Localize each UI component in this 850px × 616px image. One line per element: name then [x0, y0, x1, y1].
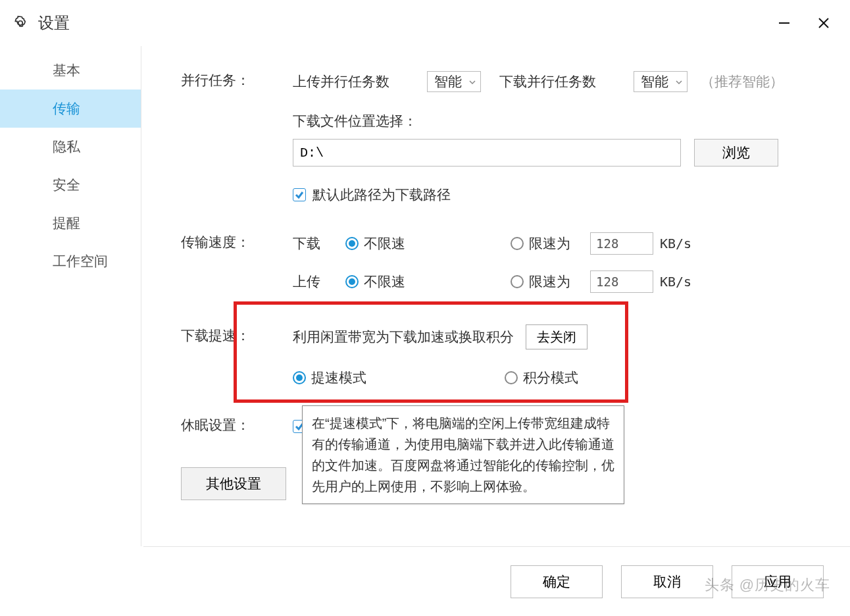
gear-icon	[12, 14, 29, 32]
chevron-down-icon	[468, 74, 476, 90]
chevron-down-icon	[675, 74, 683, 90]
radio-icon	[345, 237, 359, 250]
label-download-parallel: 下载并行任务数	[499, 72, 631, 91]
dropdown-value: 智能	[434, 72, 462, 91]
label-upload: 上传	[293, 272, 330, 291]
sidebar-item-privacy[interactable]: 隐私	[0, 128, 141, 166]
label-sleep: 休眠设置：	[181, 412, 293, 434]
sidebar-item-label: 隐私	[53, 138, 80, 156]
sidebar-item-transfer[interactable]: 传输	[0, 90, 141, 128]
radio-label: 不限速	[364, 272, 405, 291]
label-boost: 下载提速：	[181, 322, 293, 345]
dropdown-value: 智能	[641, 72, 668, 91]
boost-description: 利用闲置带宽为下载加速或换取积分	[293, 328, 514, 346]
radio-points-mode[interactable]: 积分模式	[505, 369, 578, 387]
other-settings-button[interactable]: 其他设置	[181, 467, 286, 500]
radio-label: 限速为	[529, 272, 570, 291]
sidebar: 基本 传输 隐私 安全 提醒 工作空间	[0, 46, 141, 546]
radio-boost-mode[interactable]: 提速模式	[293, 369, 366, 387]
sidebar-item-label: 提醒	[53, 214, 80, 232]
svg-point-0	[18, 21, 23, 26]
radio-icon	[511, 237, 524, 250]
unit-label: KB/s	[660, 236, 691, 251]
radio-download-unlimited[interactable]: 不限速	[345, 234, 405, 253]
radio-icon	[293, 371, 306, 384]
boost-tooltip: 在“提速模式”下，将电脑端的空闲上传带宽组建成特有的传输通道，为使用电脑端下载并…	[302, 405, 624, 504]
window-title: 设置	[38, 13, 70, 34]
sidebar-item-label: 传输	[53, 99, 80, 118]
radio-icon	[511, 275, 524, 288]
title-bar: 设置	[0, 0, 850, 46]
sidebar-item-label: 基本	[53, 61, 80, 80]
cancel-button[interactable]: 取消	[621, 565, 713, 598]
radio-icon	[505, 371, 518, 384]
sidebar-item-workspace[interactable]: 工作空间	[0, 242, 141, 280]
checkbox-label: 默认此路径为下载路径	[312, 186, 451, 204]
radio-label: 限速为	[529, 234, 570, 253]
radio-label: 提速模式	[311, 369, 366, 387]
unit-label: KB/s	[660, 274, 691, 290]
dropdown-upload-parallel[interactable]: 智能	[427, 71, 481, 92]
label-upload-parallel: 上传并行任务数	[293, 72, 424, 91]
sidebar-item-label: 安全	[53, 176, 80, 194]
check-icon	[293, 188, 306, 201]
row-parallel: 并行任务： 上传并行任务数 智能 下载并行任务数 智能	[181, 67, 830, 209]
checkbox-default-path[interactable]: 默认此路径为下载路径	[293, 186, 451, 204]
radio-label: 积分模式	[523, 369, 578, 387]
dropdown-download-parallel[interactable]: 智能	[634, 71, 688, 92]
label-parallel: 并行任务：	[181, 67, 293, 90]
sidebar-item-security[interactable]: 安全	[0, 166, 141, 204]
sidebar-item-label: 工作空间	[53, 252, 108, 270]
radio-label: 不限速	[364, 234, 405, 253]
close-button[interactable]	[809, 9, 838, 38]
tooltip-text: 在“提速模式”下，将电脑端的空闲上传带宽组建成特有的传输通道，为使用电脑端下载并…	[312, 416, 614, 494]
dialog-footer: 确定 取消 应用	[143, 546, 850, 616]
minimize-button[interactable]	[770, 9, 799, 38]
label-download: 下载	[293, 234, 330, 253]
label-speed: 传输速度：	[181, 229, 293, 251]
browse-button[interactable]: 浏览	[694, 139, 778, 167]
sidebar-item-basic[interactable]: 基本	[0, 51, 141, 90]
main-area: 基本 传输 隐私 安全 提醒 工作空间 并行任务： 上传并行任务数 智能	[0, 46, 850, 546]
radio-download-limited[interactable]: 限速为	[511, 234, 570, 253]
close-boost-button[interactable]: 去关闭	[526, 324, 588, 349]
content-panel: 并行任务： 上传并行任务数 智能 下载并行任务数 智能	[141, 46, 850, 546]
row-boost: 下载提速： 利用闲置带宽为下载加速或换取积分 去关闭 提速模式 积分模式	[181, 322, 830, 392]
radio-upload-unlimited[interactable]: 不限速	[345, 272, 405, 291]
radio-upload-limited[interactable]: 限速为	[511, 272, 570, 291]
download-path-input[interactable]	[293, 139, 681, 167]
hint-parallel: （推荐智能）	[701, 72, 784, 91]
sidebar-item-reminder[interactable]: 提醒	[0, 204, 141, 242]
radio-icon	[345, 275, 359, 288]
row-speed: 传输速度： 下载 不限速 限速为 KB/s	[181, 229, 830, 296]
upload-limit-input[interactable]	[590, 270, 653, 293]
ok-button[interactable]: 确定	[511, 565, 603, 598]
download-limit-input[interactable]	[590, 232, 653, 255]
label-download-location: 下载文件位置选择：	[293, 112, 830, 130]
apply-button[interactable]: 应用	[732, 565, 824, 598]
